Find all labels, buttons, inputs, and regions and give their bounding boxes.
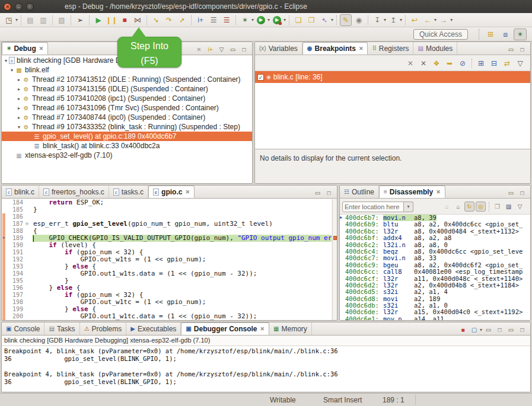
previous-annotation-icon[interactable]: ↥ xyxy=(387,14,399,26)
instruction-stepping-mode-icon[interactable]: i+ xyxy=(205,44,215,55)
stack-frame-item[interactable]: ☰blink_task() at blink.c:33 0x400dbc2a xyxy=(2,141,252,151)
link-with-debug-view-icon[interactable]: ⇄ xyxy=(501,57,513,69)
remove-all-terminated-icon[interactable]: ✕ xyxy=(194,44,204,55)
remove-all-breakpoints-icon[interactable]: ✕ xyxy=(418,57,429,69)
editor-margin[interactable]: ➤ xyxy=(2,235,9,242)
save-all-icon[interactable]: ▥ xyxy=(37,14,49,26)
tree-expander-icon[interactable]: ▾ xyxy=(16,124,22,130)
location-dropdown-icon[interactable]: ▾ xyxy=(404,202,413,212)
back-dropdown-icon[interactable]: ▾ xyxy=(434,17,437,23)
breakpoint-row[interactable]: ✓ ◉ blink.c [line: 36] xyxy=(255,71,530,83)
editor-margin[interactable] xyxy=(2,228,9,235)
terminate-console-icon[interactable]: ■ xyxy=(458,325,468,335)
mark-occurrences-icon[interactable]: ✎ xyxy=(340,14,352,26)
debug-tree-item[interactable]: ▸⚙Thread #2 1073413512 (IDLE : Running) … xyxy=(2,75,252,84)
tab-debug[interactable]: ✶ Debug ✕ xyxy=(2,42,48,55)
editor-margin[interactable] xyxy=(2,270,9,277)
use-step-filters-icon[interactable]: ☰ xyxy=(221,14,232,26)
disassembly-row[interactable]: 400dc6cc:call80x40081e00 <esp_log_timest… xyxy=(340,268,530,275)
code-text[interactable]: esp_err_t gpio_set_level(gpio_num_t gpio… xyxy=(32,220,332,228)
step-over-icon[interactable]: ↷ xyxy=(163,14,175,26)
tab-variables[interactable]: (x)Variables xyxy=(255,42,302,55)
tab-executables[interactable]: ▶Executables xyxy=(126,322,181,335)
view-menu-icon[interactable]: ▽ xyxy=(216,44,227,55)
minimize-button[interactable]: – xyxy=(15,3,23,11)
home-icon[interactable]: ⌂ xyxy=(442,202,452,212)
back-icon[interactable]: ← xyxy=(422,14,434,26)
close-icon[interactable]: ✕ xyxy=(260,326,265,332)
show-stack-frames-icon[interactable]: ☰ xyxy=(208,14,219,26)
annotations-icon[interactable]: ◉ xyxy=(353,14,365,26)
minimize-icon[interactable]: ▭ xyxy=(506,44,516,55)
tab-breakpoints[interactable]: ◉Breakpoints✕ xyxy=(302,42,368,55)
close-icon[interactable]: ✕ xyxy=(39,46,44,52)
editor-margin[interactable] xyxy=(2,256,9,263)
expand-all-icon[interactable]: ⊞ xyxy=(475,57,487,69)
editor-margin[interactable] xyxy=(2,242,9,249)
tab-memory[interactable]: ▦Memory xyxy=(269,322,312,335)
maximize-icon[interactable]: □ xyxy=(324,188,334,198)
debug-icon[interactable]: ✶ xyxy=(239,14,251,26)
suspend-icon[interactable]: ❙❙ xyxy=(106,14,117,26)
tab-console[interactable]: ▣Console xyxy=(2,322,44,335)
show-supported-breakpoints-icon[interactable]: ❖ xyxy=(431,57,442,69)
tree-expander-icon[interactable]: ▸ xyxy=(16,96,22,101)
next-annotation-dropdown-icon[interactable]: ▾ xyxy=(384,17,386,23)
tab-problems[interactable]: ⚠Problems xyxy=(80,322,127,335)
tab-gpio-c[interactable]: cgpio.c✕ xyxy=(148,186,195,198)
collapse-all-icon[interactable]: ⊟ xyxy=(488,57,500,69)
tab-registers[interactable]: ⠿Registers xyxy=(368,42,413,55)
overview-ruler[interactable] xyxy=(332,199,337,319)
close-icon[interactable]: ✕ xyxy=(359,46,364,52)
editor-margin[interactable] xyxy=(2,277,9,284)
code-text[interactable]: GPIO.out1_w1ts.data = (1 << (gpio_num - … xyxy=(32,270,332,277)
forward-icon[interactable]: → xyxy=(438,14,450,26)
open-folder-icon[interactable]: ❐ xyxy=(305,14,317,26)
tab-outline[interactable]: ☷Outline xyxy=(340,186,379,198)
remove-breakpoint-icon[interactable]: ✕ xyxy=(404,57,416,69)
previous-annotation-dropdown-icon[interactable]: ▾ xyxy=(400,17,402,23)
debug-tree-item[interactable]: ▦xtensa-esp32-elf-gdb (7.10) xyxy=(2,151,252,160)
debug-tree-item[interactable]: ▾⚙Thread #9 1073433352 (blink_task : Run… xyxy=(2,122,252,132)
maximize-icon[interactable]: □ xyxy=(517,325,527,335)
tab-tasks-c[interactable]: ctasks.c xyxy=(109,186,148,198)
maximize-button[interactable]: ▫ xyxy=(26,3,34,11)
save-as-icon[interactable]: ▧ xyxy=(56,14,68,26)
editor-margin[interactable] xyxy=(2,206,9,213)
next-annotation-icon[interactable]: ↧ xyxy=(371,14,383,26)
editor-margin[interactable] xyxy=(2,306,9,313)
disassembly-row[interactable]: 400dc6bf:addx4a8, a2, a8 xyxy=(340,235,530,241)
debug-perspective-icon[interactable]: ✶ xyxy=(514,28,527,40)
tree-expander-icon[interactable]: ▾ xyxy=(3,58,9,63)
code-editor[interactable]: 184 return ESP_OK;185}186187⊖esp_err_t g… xyxy=(2,199,332,320)
editor-margin[interactable] xyxy=(2,199,9,206)
external-tools-dropdown-icon[interactable]: ▾ xyxy=(331,17,333,23)
copy-icon[interactable]: ❐ xyxy=(492,202,502,212)
maximize-icon[interactable]: □ xyxy=(517,44,527,55)
editor-margin[interactable] xyxy=(2,292,9,299)
editor-margin[interactable] xyxy=(2,313,9,320)
jump-to-pc-icon[interactable]: ⌂ xyxy=(453,202,463,212)
display-selected-console-dropdown-icon[interactable]: ▾ xyxy=(480,327,482,333)
view-menu-icon[interactable]: ▽ xyxy=(515,202,525,212)
profile-icon[interactable]: ▶ xyxy=(271,14,283,26)
display-selected-console-icon[interactable]: ▢ xyxy=(469,325,479,335)
editor-margin[interactable] xyxy=(2,299,9,306)
maximize-icon[interactable]: □ xyxy=(239,44,249,55)
console-output[interactable]: Breakpoint 4, blink_task (pvParameter=0x… xyxy=(2,346,530,387)
debug-tree-item[interactable]: ▸⚙Thread #6 1073431096 (Tmr Svc) (Suspen… xyxy=(2,103,252,113)
quick-access-button[interactable]: Quick Access xyxy=(413,29,468,40)
editor-margin[interactable] xyxy=(2,263,9,270)
close-icon[interactable]: ✕ xyxy=(436,189,441,195)
tab-debugger-console[interactable]: ▣Debugger Console✕ xyxy=(181,322,269,335)
step-into-icon[interactable]: ➘ xyxy=(150,14,162,26)
fold-toggle-icon[interactable]: ⊖ xyxy=(26,220,32,228)
disassembly-row[interactable]: 400dc6d5:s32ia2, a1, 4 xyxy=(340,289,530,295)
code-text[interactable]: GPIO.out1_w1tc.data = (1 << (gpio_num - … xyxy=(32,313,332,320)
run-icon[interactable]: ▶ xyxy=(255,14,267,26)
save-icon[interactable]: ▤ xyxy=(24,14,36,26)
track-expression-icon[interactable]: ◎ xyxy=(476,202,486,212)
debug-tree-item[interactable]: ▸⚙Thread #7 1073408744 (ipc0) (Suspended… xyxy=(2,113,252,122)
tree-expander-icon[interactable]: ▸ xyxy=(16,87,22,92)
editor-margin[interactable] xyxy=(2,213,9,220)
